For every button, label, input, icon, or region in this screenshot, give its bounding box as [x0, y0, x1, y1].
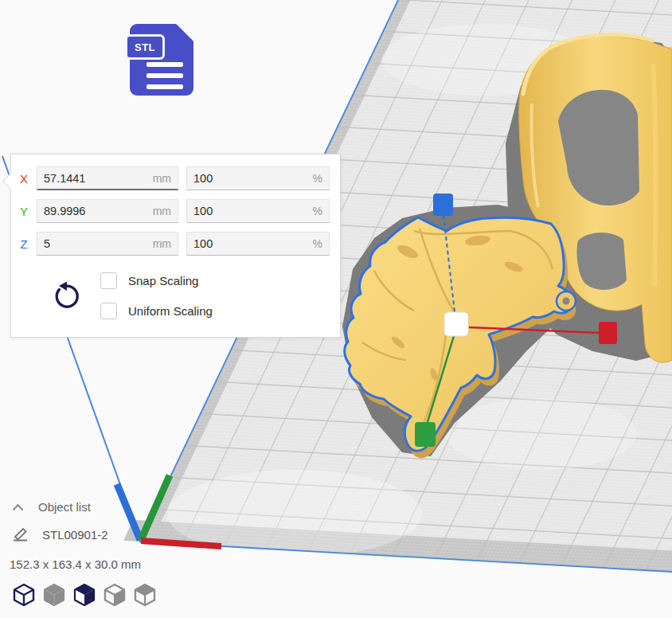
model-hanging-loop-hole [563, 298, 570, 305]
pencil-icon [13, 527, 29, 542]
scale-y-percent-input[interactable] [193, 205, 308, 217]
stl-file-textline [147, 62, 183, 67]
scale-tool-panel: X mm % Y mm % Z mm [10, 154, 341, 338]
object-list-item-name: STL00901-2 [42, 528, 108, 542]
model-dimensions: 152.3 x 163.4 x 30.0 mm [10, 557, 141, 571]
scale-z-mm-field: mm [37, 232, 178, 256]
scale-panel-footer: Snap Scaling Uniform Scaling [11, 266, 340, 319]
scale-row-y: Y mm % [11, 199, 340, 223]
cube-front-view-icon [42, 583, 66, 607]
scale-z-percent-field: % [186, 232, 330, 256]
scale-z-percent-input[interactable] [193, 237, 308, 250]
unit-label: mm [153, 205, 171, 217]
scale-y-percent-field: % [186, 199, 330, 223]
view-button-top[interactable] [72, 583, 96, 608]
scale-handle-z[interactable] [433, 194, 453, 216]
uniform-scaling-checkbox[interactable] [100, 303, 117, 319]
camera-view-toolbar [11, 583, 157, 608]
axis-label-y: Y [11, 205, 37, 218]
chevron-up-icon [12, 503, 24, 511]
scale-y-mm-field: mm [37, 199, 178, 223]
object-list-item[interactable]: STL00901-2 [13, 527, 108, 542]
cube-left-view-icon [103, 583, 127, 607]
unit-label: % [313, 237, 322, 250]
reset-icon [51, 281, 81, 315]
uniform-scaling-label: Uniform Scaling [128, 304, 213, 318]
unit-label: % [313, 205, 322, 217]
view-button-front[interactable] [41, 583, 66, 608]
stl-file-icon[interactable]: STL [130, 24, 193, 96]
cube-top-view-icon [72, 583, 96, 607]
view-button-left-side[interactable] [102, 583, 127, 608]
cube-3d-view-icon [12, 583, 36, 607]
unit-label: mm [153, 172, 171, 185]
plate-highlight [446, 398, 637, 470]
scale-handle-x[interactable] [599, 322, 617, 344]
axis-label-z: Z [11, 237, 37, 251]
scale-x-percent-field: % [186, 166, 330, 190]
unit-label: % [313, 172, 322, 185]
scale-row-z: Z mm % [11, 232, 340, 256]
scale-z-mm-input[interactable] [44, 237, 148, 250]
snap-scaling-label: Snap Scaling [128, 274, 198, 287]
stl-file-badge: STL [125, 34, 165, 60]
cube-right-view-icon [133, 583, 157, 607]
snap-scaling-row: Snap Scaling [100, 272, 213, 289]
stl-file-textline [147, 73, 183, 78]
reset-scale-button[interactable] [49, 280, 83, 317]
cura-window: STL X mm % Y mm % [0, 0, 672, 618]
scale-x-percent-input[interactable] [193, 172, 308, 185]
stl-file-fold-edge [177, 25, 193, 41]
unit-label: mm [153, 237, 171, 250]
stl-file-textline [147, 84, 183, 89]
object-list-header[interactable]: Object list [12, 500, 91, 514]
uniform-scaling-row: Uniform Scaling [100, 303, 213, 319]
scale-x-mm-field: mm [37, 166, 178, 190]
scale-handle-y[interactable] [415, 422, 436, 447]
object-list-title: Object list [38, 500, 91, 514]
view-button-right-side[interactable] [132, 583, 157, 608]
axis-label-x: X [11, 172, 37, 186]
scale-handle-center[interactable] [444, 312, 468, 336]
scale-x-mm-input[interactable] [44, 172, 148, 185]
snap-scaling-checkbox[interactable] [100, 272, 117, 289]
scale-row-x: X mm % [11, 166, 340, 190]
scale-y-mm-input[interactable] [44, 205, 148, 217]
view-button-3d[interactable] [11, 583, 36, 608]
